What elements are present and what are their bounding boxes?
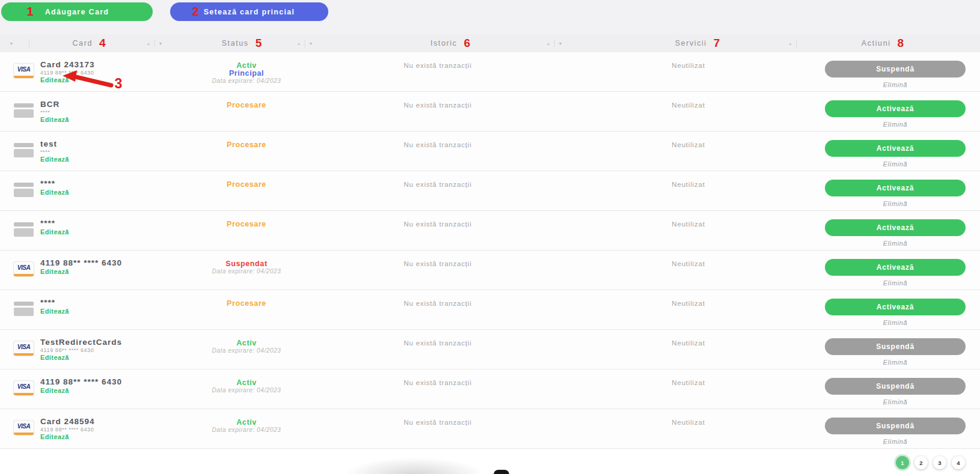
action-button[interactable]: Suspendă: [825, 338, 966, 355]
history-cell: Nu există tranzacții: [317, 52, 558, 70]
history-cell: Nu există tranzacții: [317, 132, 558, 149]
remove-link[interactable]: Elimină: [883, 121, 907, 128]
annotation-2: 2: [192, 5, 198, 19]
remove-link[interactable]: Elimină: [883, 398, 907, 406]
edit-link[interactable]: Editează: [40, 434, 69, 440]
card-title: ****: [40, 219, 69, 228]
edit-link[interactable]: Editează: [40, 229, 69, 235]
generic-card-icon: [14, 143, 34, 157]
annotation-1: 1: [26, 5, 33, 19]
principal-badge: Principal: [171, 70, 322, 77]
action-button[interactable]: Activează: [825, 219, 966, 236]
services-cell: Neutilizat: [568, 132, 809, 149]
action-button[interactable]: Suspendă: [825, 418, 966, 434]
triangle-down-icon[interactable]: ▼: [559, 41, 563, 46]
remove-link[interactable]: Elimină: [883, 200, 907, 207]
remove-link[interactable]: Elimină: [883, 81, 907, 88]
column-label-servicii: Servicii: [675, 39, 707, 47]
table-row: VISA **** Editează Procesare Nu există t…: [0, 211, 980, 251]
actions-cell: Suspendă Elimină: [825, 369, 966, 407]
generic-card-icon: [14, 222, 34, 237]
services-cell: Neutilizat: [568, 251, 809, 268]
actions-cell: Activează Elimină: [825, 132, 966, 169]
edit-link[interactable]: Editează: [40, 117, 69, 123]
sort-controls-istoric[interactable]: ▲▼: [547, 34, 563, 52]
triangle-up-icon[interactable]: ▲: [788, 41, 792, 46]
triangle-down-icon: ▼: [10, 41, 14, 46]
action-button[interactable]: Activează: [825, 140, 966, 157]
services-cell: Neutilizat: [568, 171, 809, 189]
edit-link[interactable]: Editează: [40, 308, 69, 315]
card-title: 4119 88** **** 6430: [40, 259, 122, 267]
sort-controls-servicii[interactable]: ▲: [788, 34, 800, 52]
action-button[interactable]: Activează: [825, 100, 966, 117]
sort-controls-status[interactable]: ▲▼: [297, 34, 313, 52]
card-title: test: [40, 140, 69, 148]
triangle-up-icon[interactable]: ▲: [297, 41, 301, 46]
action-button[interactable]: Activează: [825, 259, 966, 276]
action-button[interactable]: Activează: [825, 180, 966, 196]
edit-link[interactable]: Editează: [40, 156, 69, 163]
remove-link[interactable]: Elimină: [883, 438, 907, 445]
column-header-card[interactable]: Card 4: [72, 34, 105, 52]
card-cell: VISA test **** Editează: [14, 132, 69, 163]
services-cell: Neutilizat: [568, 211, 809, 228]
card-cell: VISA BCR **** Editează: [14, 92, 69, 123]
history-cell: Nu există tranzacții: [317, 92, 558, 109]
history-cell: Nu există tranzacții: [317, 290, 558, 308]
action-button[interactable]: Activează: [825, 299, 966, 315]
card-title: ****: [40, 180, 69, 188]
table-row: VISA 4119 88** **** 6430 Editează Activ …: [0, 369, 980, 409]
services-cell: Neutilizat: [568, 92, 809, 109]
card-title: BCR: [40, 100, 69, 109]
card-number: ****: [40, 109, 69, 115]
triangle-down-icon[interactable]: ▼: [309, 41, 313, 46]
add-card-button[interactable]: Adăugare Card: [1, 2, 153, 21]
actions-cell: Suspendă Elimină: [825, 330, 966, 367]
edit-link[interactable]: Editează: [40, 269, 69, 275]
page-button-4[interactable]: 4: [952, 456, 965, 469]
remove-link[interactable]: Elimină: [883, 319, 907, 326]
generic-card-icon: [14, 302, 34, 316]
column-header-istoric[interactable]: Istoric 6: [430, 34, 470, 52]
action-button[interactable]: Suspendă: [825, 378, 966, 395]
remove-link[interactable]: Elimină: [883, 279, 907, 287]
table-row: VISA Card 248594 4119 88** **** 6430 Edi…: [0, 409, 980, 449]
status-cell: Suspendat Data expirare: 04/2023: [171, 251, 322, 275]
column-label-istoric: Istoric: [430, 39, 458, 47]
column-label-status: Status: [222, 39, 249, 47]
annotation-arrow: [60, 67, 127, 90]
triangle-up-icon[interactable]: ▲: [147, 41, 151, 46]
status-cell: Procesare: [171, 92, 322, 109]
edit-link[interactable]: Editează: [40, 354, 69, 361]
remove-link[interactable]: Elimină: [883, 160, 907, 168]
edit-link[interactable]: Editează: [40, 387, 69, 394]
sort-desc-icon[interactable]: ▼: [10, 34, 14, 52]
sort-controls-card[interactable]: ▲▼: [147, 34, 163, 52]
remove-link[interactable]: Elimină: [883, 359, 907, 366]
actions-cell: Activează Elimină: [825, 211, 966, 248]
pagination: 1234: [896, 456, 965, 469]
column-header-servicii[interactable]: Servicii 7: [675, 34, 720, 52]
page-button-3[interactable]: 3: [933, 456, 946, 469]
table-row: VISA Card 243173 4119 88** **** 6430 Edi…: [0, 52, 980, 92]
edit-link[interactable]: Editează: [40, 189, 69, 196]
triangle-up-icon[interactable]: ▲: [547, 41, 551, 46]
action-button[interactable]: Suspendă: [825, 61, 966, 77]
page-button-1[interactable]: 1: [896, 456, 909, 469]
column-header-status[interactable]: Status 5: [222, 34, 262, 52]
page-button-2[interactable]: 2: [914, 456, 928, 469]
expiry-date: Data expirare: 04/2023: [171, 77, 322, 84]
table-header: ▼ Card 4 ▲▼ Status 5 ▲▼ Istoric 6 ▲▼ Ser…: [0, 34, 980, 52]
status-text: Activ: [171, 339, 322, 347]
history-cell: Nu există tranzacții: [317, 251, 558, 268]
table-body: VISA Card 243173 4119 88** **** 6430 Edi…: [0, 52, 980, 449]
actions-cell: Activează Elimină: [825, 92, 966, 129]
card-cell: VISA 4119 88** **** 6430 Editează: [14, 369, 122, 395]
triangle-down-icon[interactable]: ▼: [159, 41, 163, 46]
table-row: VISA BCR **** Editează Procesare Nu exis…: [0, 92, 980, 132]
actions-cell: Activează Elimină: [825, 251, 966, 288]
visa-card-icon: VISA: [14, 64, 34, 78]
remove-link[interactable]: Elimină: [883, 240, 907, 247]
actions-cell: Activează Elimină: [825, 290, 966, 327]
